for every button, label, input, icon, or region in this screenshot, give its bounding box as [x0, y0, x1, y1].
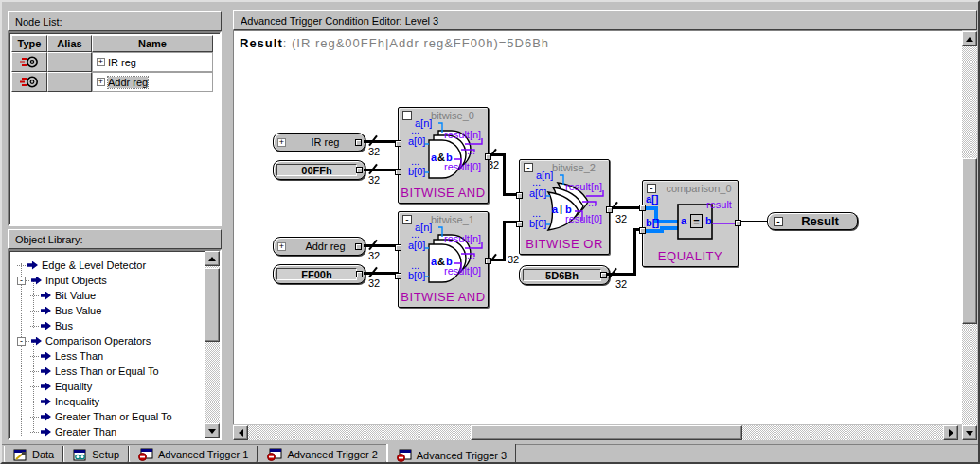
scrollbar-thumb[interactable] — [962, 158, 977, 324]
scroll-left-button[interactable] — [233, 425, 248, 440]
input-port-b[interactable] — [639, 227, 646, 234]
editor-vertical-scrollbar[interactable] — [962, 31, 977, 440]
gate-input-a: a — [552, 204, 558, 215]
result-output-box[interactable]: - Result — [767, 212, 858, 230]
scrollbar-thumb[interactable] — [471, 425, 742, 440]
block-bitwise-2[interactable]: - bitwise_2 a[n] ... a[0] ... b[0] resul… — [519, 159, 610, 255]
input-port-b[interactable] — [516, 221, 523, 227]
tree-item-less-than-or-equal[interactable]: Less Than or Equal To — [30, 364, 159, 379]
tree-item-greater-than[interactable]: Greater Than — [30, 424, 116, 438]
column-header-alias[interactable]: Alias — [47, 35, 92, 52]
node-name-cell[interactable]: + IR reg — [92, 52, 213, 72]
value-input-field[interactable]: 5D6Bh — [523, 269, 601, 281]
tree-item-inequality[interactable]: Inequality — [30, 394, 99, 409]
column-header-name[interactable]: Name — [92, 35, 213, 52]
input-port-b[interactable] — [395, 169, 401, 175]
output-port[interactable] — [356, 271, 363, 277]
tree-item-bit-value[interactable]: Bit Value — [30, 288, 96, 303]
tree-connector — [30, 295, 39, 296]
value-input-ff00h[interactable]: FF00h — [273, 264, 365, 284]
table-row[interactable]: + IR reg — [11, 52, 213, 72]
output-port[interactable] — [355, 243, 362, 250]
object-arrow-icon — [41, 367, 51, 376]
tab-data[interactable]: Data — [4, 446, 63, 464]
result-port[interactable] — [606, 206, 613, 213]
bus-type-icon — [19, 56, 40, 68]
library-vertical-scrollbar[interactable] — [205, 251, 220, 438]
value-input-00ffh[interactable]: 00FFh — [273, 160, 365, 180]
output-port[interactable] — [356, 167, 363, 173]
signal-input-ir-reg[interactable]: + IR reg — [273, 133, 365, 152]
node-type-cell[interactable] — [11, 72, 47, 92]
input-port-a[interactable] — [639, 205, 646, 211]
tree-item-comparison-operators[interactable]: - Comparison Operators — [17, 333, 151, 348]
collapse-minus-box[interactable]: - — [17, 277, 26, 285]
gate-input-b: b — [446, 152, 453, 163]
wire — [503, 221, 506, 261]
object-library-panel[interactable]: Edge & Level Detector - Input Objects Bi… — [8, 249, 222, 440]
expand-plus-box[interactable]: + — [97, 58, 105, 66]
scroll-down-icon — [208, 429, 216, 434]
expand-plus-box[interactable]: + — [277, 138, 286, 147]
scroll-right-button[interactable] — [943, 425, 958, 440]
scroll-down-icon — [966, 431, 973, 436]
input-port-a[interactable] — [395, 140, 401, 147]
collapse-minus-box[interactable]: - — [647, 184, 656, 193]
tree-item-input-objects[interactable]: - Input Objects — [17, 273, 107, 288]
tab-advanced-trigger-3[interactable]: Advanced Trigger 3 — [387, 444, 516, 464]
value-input-field[interactable]: 00FFh — [276, 164, 357, 176]
tree-item-bus-value[interactable]: Bus Value — [30, 303, 101, 318]
trigger-editor-canvas[interactable]: Result: (IR reg&00FFh|Addr reg&FF00h)=5D… — [233, 30, 962, 424]
node-name-cell[interactable]: + Addr reg — [92, 72, 213, 92]
value-input-5d6bh[interactable]: 5D6Bh — [519, 265, 610, 285]
node-list-panel[interactable]: Type Alias Name + IR — [8, 31, 222, 226]
expand-plus-box[interactable]: + — [97, 78, 105, 86]
output-port[interactable] — [600, 272, 607, 278]
editor-horizontal-scrollbar[interactable] — [233, 425, 958, 440]
object-library-tree: Edge & Level Detector - Input Objects Bi… — [13, 254, 203, 438]
port-label-result-n: result[n] — [444, 129, 481, 140]
table-row[interactable]: + Addr reg — [11, 72, 213, 92]
input-port-b[interactable] — [395, 273, 401, 279]
tree-item-less-than[interactable]: Less Than — [30, 348, 103, 364]
block-bitwise-1[interactable]: - bitwise_1 a[n] ... a[0] ... b[0] resul… — [398, 211, 489, 308]
result-port[interactable] — [485, 153, 491, 160]
result-port[interactable] — [485, 258, 491, 264]
collapse-minus-box[interactable]: - — [17, 337, 26, 346]
collapse-minus-box[interactable]: - — [524, 163, 533, 172]
tab-advanced-trigger-2[interactable]: Advanced Trigger 2 — [258, 446, 386, 464]
input-port-a[interactable] — [395, 244, 401, 251]
scroll-up-icon — [208, 257, 216, 261]
object-library-header: Object Library: — [8, 229, 222, 249]
node-alias-cell[interactable] — [47, 52, 92, 72]
node-alias-cell[interactable] — [47, 72, 92, 92]
tree-item-equality[interactable]: Equality — [30, 379, 92, 394]
tab-setup[interactable]: Setup — [63, 446, 129, 464]
output-port[interactable] — [355, 139, 362, 146]
tree-item-greater-than-or-equal[interactable]: Greater Than or Equal To — [30, 409, 172, 424]
block-comparison-0[interactable]: - comparison_0 a[] b[] result a = b EQUA… — [642, 180, 739, 267]
collapse-minus-box[interactable]: - — [774, 217, 783, 226]
block-bitwise-0[interactable]: - bitwise_0 a[n] ... a[0] ... b[0] resul… — [398, 107, 489, 204]
tab-advanced-trigger-1[interactable]: Advanced Trigger 1 — [129, 446, 258, 464]
and-operator: & — [437, 256, 445, 267]
scroll-up-button[interactable] — [962, 31, 977, 46]
advanced-trigger-tab-icon — [397, 449, 412, 462]
collapse-minus-box[interactable]: - — [402, 111, 412, 120]
value-input-field[interactable]: FF00h — [276, 268, 357, 280]
scroll-up-button[interactable] — [205, 251, 220, 266]
result-port[interactable] — [735, 220, 741, 226]
scrollbar-thumb[interactable] — [205, 268, 220, 342]
scroll-down-button[interactable] — [205, 423, 220, 438]
expand-plus-box[interactable]: + — [277, 242, 286, 251]
collapse-minus-box[interactable]: - — [402, 215, 412, 224]
tree-item-label: Less Than — [55, 350, 103, 362]
column-header-type[interactable]: Type — [11, 35, 47, 52]
node-type-cell[interactable] — [11, 52, 47, 72]
scroll-down-button[interactable] — [962, 425, 977, 440]
tree-item-edge-level-detector[interactable]: Edge & Level Detector — [17, 258, 146, 273]
signal-input-addr-reg[interactable]: + Addr reg — [273, 237, 365, 256]
input-port-a[interactable] — [516, 192, 523, 199]
advanced-trigger-tab-icon — [267, 448, 282, 461]
tree-item-bus[interactable]: Bus — [30, 318, 73, 333]
